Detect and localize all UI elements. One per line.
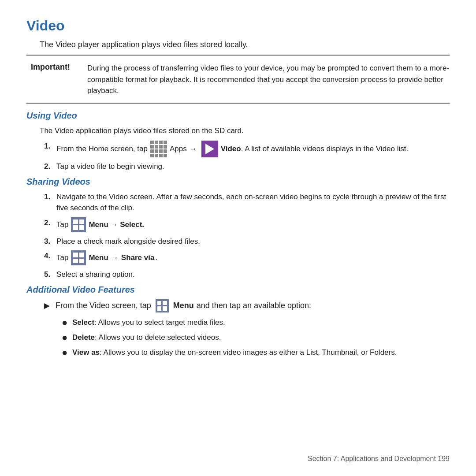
- step-4-period: .: [155, 252, 157, 264]
- step-1-inline: From the Home screen, tap Apps →: [56, 141, 450, 157]
- sharing-step-1: 1. Navigate to the Video screen. After a…: [44, 191, 450, 214]
- sharing-num-5: 5.: [44, 269, 55, 280]
- sharing-videos-heading: Sharing Videos: [26, 177, 450, 187]
- sharing-tap-4: Tap: [56, 252, 68, 264]
- divider-important: [26, 103, 450, 104]
- sharing-step-4-inline: Tap Menu → Share via.: [56, 250, 450, 265]
- sharing-step-5-content: Select a sharing option.: [56, 269, 450, 280]
- footer: Section 7: Applications and Development …: [308, 455, 450, 463]
- step-1-text-after: Video. A list of available videos displa…: [221, 143, 409, 155]
- section-sharing-videos: Sharing Videos 1. Navigate to the Video …: [26, 177, 450, 280]
- sharing-step-3-content: Place a check mark alongside desired fil…: [56, 236, 450, 247]
- sharing-step-4-content: Tap Menu → Share via.: [56, 250, 450, 265]
- bullet-dot-3: ●: [62, 347, 69, 358]
- sharing-num-4: 4.: [44, 250, 55, 262]
- video-play-triangle: [205, 144, 214, 154]
- section-using-video: Using Video The Video application plays …: [26, 111, 450, 172]
- important-box: Important! During the process of transfe…: [26, 63, 450, 97]
- section-additional-features: Additional Video Features ▶ From the Vid…: [26, 285, 450, 359]
- using-video-heading: Using Video: [26, 111, 450, 121]
- step-2-content: Tap a video file to begin viewing.: [56, 161, 450, 172]
- arrow-1: →: [190, 143, 197, 155]
- bullet-delete: ● Delete: Allows you to delete selected …: [62, 332, 450, 343]
- arrow-bullet-icon: ▶: [44, 301, 53, 310]
- page-title: Video: [26, 18, 450, 34]
- step-num-2: 2.: [44, 161, 55, 172]
- video-icon: [201, 141, 218, 157]
- step-num-1: 1.: [44, 141, 55, 152]
- additional-intro-after: and then tap an available option:: [197, 301, 311, 310]
- menu-icon-step2: [71, 217, 86, 232]
- additional-intro-before: From the Video screen, tap: [56, 301, 151, 310]
- important-text: During the process of transferring video…: [87, 63, 450, 97]
- step-4-share-bold: Share via: [121, 252, 155, 264]
- bullet-dot-2: ●: [62, 332, 69, 343]
- sharing-step-1-content: Navigate to the Video screen. After a fe…: [56, 191, 450, 214]
- menu-icon-additional: [156, 299, 169, 312]
- sharing-step-4: 4. Tap Menu → Share via.: [44, 250, 450, 265]
- bullet-viewas-text: View as: Allows you to display the on-sc…: [72, 347, 397, 358]
- using-video-step-2: 2. Tap a video file to begin viewing.: [44, 161, 450, 172]
- step-1-text-before: From the Home screen, tap: [56, 143, 148, 155]
- sharing-step-2: 2. Tap Menu → Select.: [44, 217, 450, 232]
- sharing-tap-label: Tap: [56, 219, 68, 231]
- apps-label: Apps: [170, 143, 187, 155]
- sharing-num-1: 1.: [44, 191, 55, 203]
- apps-grid-icon: [150, 141, 167, 157]
- sharing-menu-select: Menu → Select.: [89, 219, 144, 231]
- sharing-num-3: 3.: [44, 236, 55, 247]
- sharing-step-3: 3. Place a check mark alongside desired …: [44, 236, 450, 247]
- sharing-step-2-content: Tap Menu → Select.: [56, 217, 450, 232]
- sharing-step-5: 5. Select a sharing option.: [44, 269, 450, 280]
- sharing-num-2: 2.: [44, 217, 55, 229]
- bullet-viewas: ● View as: Allows you to display the on-…: [62, 347, 450, 358]
- additional-bullets: ● Select: Allows you to select target me…: [62, 317, 450, 359]
- additional-features-heading: Additional Video Features: [26, 285, 450, 295]
- using-video-step-1: 1. From the Home screen, tap Apps →: [44, 141, 450, 157]
- page-container: Video The Video player application plays…: [0, 0, 476, 476]
- step-4-menu-bold: Menu: [89, 252, 108, 264]
- page-subtitle: The Video player application plays video…: [40, 40, 450, 49]
- menu-icon-step4: [71, 250, 86, 265]
- divider-top: [26, 55, 450, 56]
- sharing-step-2-inline: Tap Menu → Select.: [56, 217, 450, 232]
- bullet-dot-1: ●: [62, 317, 69, 328]
- important-label: Important!: [31, 63, 84, 97]
- additional-intro-bold: Menu: [173, 301, 194, 310]
- sharing-steps: 1. Navigate to the Video screen. After a…: [44, 191, 450, 280]
- bullet-select: ● Select: Allows you to select target me…: [62, 317, 450, 328]
- step-1-content: From the Home screen, tap Apps →: [56, 141, 450, 157]
- additional-intro-row: ▶ From the Video screen, tap Menu and th…: [44, 299, 450, 312]
- using-video-body: The Video application plays video files …: [40, 125, 450, 137]
- bullet-delete-text: Delete: Allows you to delete selected vi…: [72, 332, 221, 343]
- step-4-arrow: →: [111, 252, 119, 264]
- using-video-steps: 1. From the Home screen, tap Apps →: [44, 141, 450, 172]
- bullet-select-text: Select: Allows you to select target medi…: [72, 317, 225, 328]
